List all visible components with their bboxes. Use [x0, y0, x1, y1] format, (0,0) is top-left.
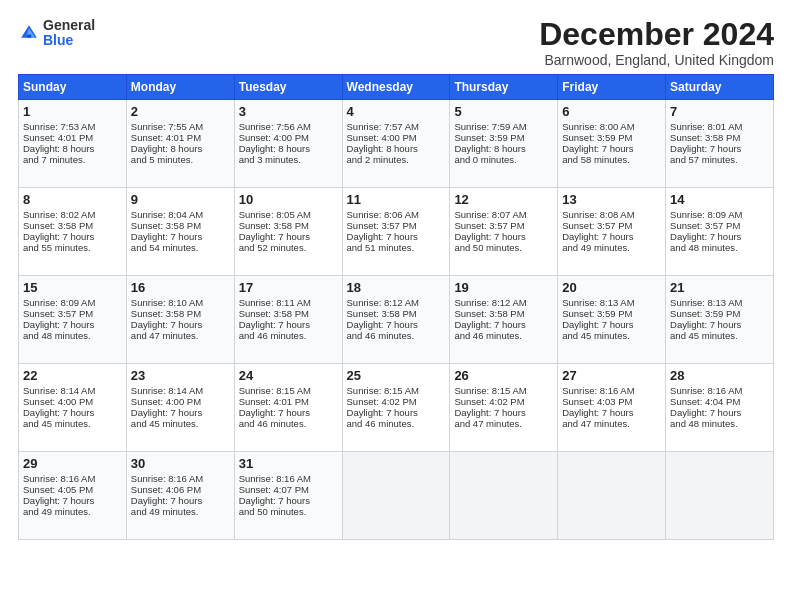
day-info-line: Sunrise: 8:13 AM	[670, 297, 769, 308]
day-number: 10	[239, 192, 338, 207]
calendar-day-cell	[450, 452, 558, 540]
day-info-line: Sunrise: 8:09 AM	[670, 209, 769, 220]
day-info-line: Daylight: 7 hours	[670, 231, 769, 242]
day-info-line: Daylight: 7 hours	[239, 231, 338, 242]
calendar-day-cell: 14Sunrise: 8:09 AMSunset: 3:57 PMDayligh…	[666, 188, 774, 276]
day-info-line: Daylight: 7 hours	[23, 495, 122, 506]
day-number: 23	[131, 368, 230, 383]
day-info-line: Sunrise: 8:04 AM	[131, 209, 230, 220]
day-info-line: and 45 minutes.	[131, 418, 230, 429]
day-info-line: Sunset: 3:59 PM	[562, 308, 661, 319]
header: General Blue December 2024 Barnwood, Eng…	[18, 18, 774, 68]
day-number: 22	[23, 368, 122, 383]
calendar-day-cell: 15Sunrise: 8:09 AMSunset: 3:57 PMDayligh…	[19, 276, 127, 364]
day-info-line: Sunset: 3:57 PM	[670, 220, 769, 231]
calendar-day-cell: 4Sunrise: 7:57 AMSunset: 4:00 PMDaylight…	[342, 100, 450, 188]
day-number: 20	[562, 280, 661, 295]
calendar-week-row: 1Sunrise: 7:53 AMSunset: 4:01 PMDaylight…	[19, 100, 774, 188]
calendar-week-row: 8Sunrise: 8:02 AMSunset: 3:58 PMDaylight…	[19, 188, 774, 276]
day-info-line: Sunset: 4:01 PM	[23, 132, 122, 143]
day-info-line: Sunrise: 8:13 AM	[562, 297, 661, 308]
calendar-body: 1Sunrise: 7:53 AMSunset: 4:01 PMDaylight…	[19, 100, 774, 540]
day-info-line: Sunset: 3:58 PM	[131, 220, 230, 231]
calendar-day-cell: 23Sunrise: 8:14 AMSunset: 4:00 PMDayligh…	[126, 364, 234, 452]
day-info-line: Sunrise: 7:53 AM	[23, 121, 122, 132]
logo-general: General	[43, 18, 95, 33]
day-info-line: Daylight: 7 hours	[347, 319, 446, 330]
day-number: 1	[23, 104, 122, 119]
day-info-line: Daylight: 7 hours	[347, 407, 446, 418]
day-number: 26	[454, 368, 553, 383]
day-info-line: Sunset: 3:59 PM	[670, 308, 769, 319]
calendar-header-cell: Thursday	[450, 75, 558, 100]
day-info-line: Sunset: 3:59 PM	[454, 132, 553, 143]
day-info-line: and 50 minutes.	[239, 506, 338, 517]
day-number: 28	[670, 368, 769, 383]
day-info-line: Sunrise: 7:57 AM	[347, 121, 446, 132]
day-info-line: Daylight: 7 hours	[454, 407, 553, 418]
day-info-line: and 49 minutes.	[23, 506, 122, 517]
calendar-week-row: 22Sunrise: 8:14 AMSunset: 4:00 PMDayligh…	[19, 364, 774, 452]
day-info-line: Sunset: 3:57 PM	[347, 220, 446, 231]
day-info-line: Sunrise: 8:15 AM	[454, 385, 553, 396]
calendar-day-cell: 25Sunrise: 8:15 AMSunset: 4:02 PMDayligh…	[342, 364, 450, 452]
calendar-day-cell: 29Sunrise: 8:16 AMSunset: 4:05 PMDayligh…	[19, 452, 127, 540]
calendar-day-cell: 19Sunrise: 8:12 AMSunset: 3:58 PMDayligh…	[450, 276, 558, 364]
day-info-line: and 45 minutes.	[23, 418, 122, 429]
day-number: 29	[23, 456, 122, 471]
day-info-line: Sunset: 4:06 PM	[131, 484, 230, 495]
day-info-line: Sunrise: 8:15 AM	[239, 385, 338, 396]
day-info-line: and 2 minutes.	[347, 154, 446, 165]
day-info-line: Daylight: 8 hours	[23, 143, 122, 154]
day-number: 5	[454, 104, 553, 119]
day-info-line: and 45 minutes.	[562, 330, 661, 341]
day-info-line: Daylight: 7 hours	[562, 319, 661, 330]
calendar-day-cell: 10Sunrise: 8:05 AMSunset: 3:58 PMDayligh…	[234, 188, 342, 276]
day-info-line: Sunset: 3:58 PM	[454, 308, 553, 319]
day-info-line: and 54 minutes.	[131, 242, 230, 253]
day-info-line: and 5 minutes.	[131, 154, 230, 165]
day-info-line: Sunset: 3:58 PM	[239, 308, 338, 319]
day-info-line: Sunrise: 8:11 AM	[239, 297, 338, 308]
day-number: 16	[131, 280, 230, 295]
day-info-line: Daylight: 8 hours	[239, 143, 338, 154]
day-number: 15	[23, 280, 122, 295]
day-number: 19	[454, 280, 553, 295]
day-info-line: Daylight: 7 hours	[562, 407, 661, 418]
calendar-day-cell: 6Sunrise: 8:00 AMSunset: 3:59 PMDaylight…	[558, 100, 666, 188]
day-info-line: and 57 minutes.	[670, 154, 769, 165]
day-info-line: Sunset: 3:57 PM	[23, 308, 122, 319]
calendar-day-cell: 13Sunrise: 8:08 AMSunset: 3:57 PMDayligh…	[558, 188, 666, 276]
svg-rect-2	[27, 35, 32, 38]
calendar-day-cell: 30Sunrise: 8:16 AMSunset: 4:06 PMDayligh…	[126, 452, 234, 540]
calendar-day-cell: 21Sunrise: 8:13 AMSunset: 3:59 PMDayligh…	[666, 276, 774, 364]
calendar-day-cell: 11Sunrise: 8:06 AMSunset: 3:57 PMDayligh…	[342, 188, 450, 276]
logo-blue: Blue	[43, 33, 95, 48]
day-info-line: Daylight: 7 hours	[670, 407, 769, 418]
day-info-line: Sunrise: 8:08 AM	[562, 209, 661, 220]
day-info-line: Sunset: 4:00 PM	[131, 396, 230, 407]
day-info-line: and 50 minutes.	[454, 242, 553, 253]
day-number: 11	[347, 192, 446, 207]
calendar-week-row: 15Sunrise: 8:09 AMSunset: 3:57 PMDayligh…	[19, 276, 774, 364]
location: Barnwood, England, United Kingdom	[539, 52, 774, 68]
day-info-line: and 46 minutes.	[454, 330, 553, 341]
day-info-line: Sunrise: 7:59 AM	[454, 121, 553, 132]
day-info-line: Sunrise: 8:16 AM	[239, 473, 338, 484]
day-info-line: Sunrise: 8:12 AM	[454, 297, 553, 308]
calendar-day-cell: 20Sunrise: 8:13 AMSunset: 3:59 PMDayligh…	[558, 276, 666, 364]
calendar-header-cell: Monday	[126, 75, 234, 100]
day-info-line: Sunset: 3:59 PM	[562, 132, 661, 143]
day-number: 18	[347, 280, 446, 295]
calendar-day-cell: 9Sunrise: 8:04 AMSunset: 3:58 PMDaylight…	[126, 188, 234, 276]
day-info-line: Sunset: 4:00 PM	[347, 132, 446, 143]
day-info-line: Daylight: 7 hours	[239, 407, 338, 418]
day-number: 2	[131, 104, 230, 119]
day-number: 4	[347, 104, 446, 119]
day-number: 14	[670, 192, 769, 207]
calendar-day-cell: 5Sunrise: 7:59 AMSunset: 3:59 PMDaylight…	[450, 100, 558, 188]
calendar-header-cell: Tuesday	[234, 75, 342, 100]
day-number: 8	[23, 192, 122, 207]
day-number: 27	[562, 368, 661, 383]
day-info-line: and 48 minutes.	[670, 418, 769, 429]
